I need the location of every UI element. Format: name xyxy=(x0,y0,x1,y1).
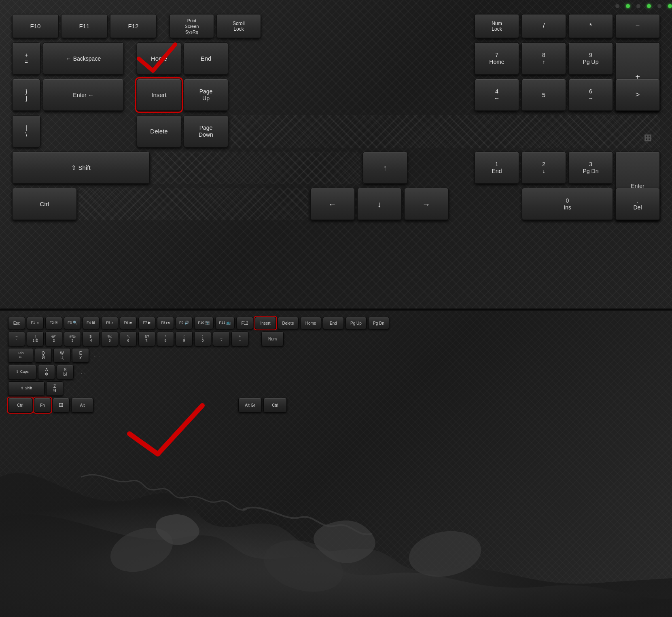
key-numpad-1[interactable]: 1End xyxy=(475,152,519,184)
key-pipe[interactable]: |\ xyxy=(12,115,40,148)
key-bracket-close[interactable]: }] xyxy=(12,79,40,111)
key-3[interactable]: #№3 xyxy=(64,332,81,346)
liquid-svg xyxy=(0,396,672,617)
key-f6[interactable]: F6 ⏮ xyxy=(120,317,137,329)
key-ctrl-bottom-right[interactable]: Ctrl xyxy=(263,398,287,412)
key-scroll-lock[interactable]: ScrollLock xyxy=(216,14,261,38)
key-insert[interactable]: Insert xyxy=(137,79,181,111)
key-f10-bottom[interactable]: F10 📷 xyxy=(194,317,214,329)
key-pgdn-bottom[interactable]: Pg Dn xyxy=(368,317,389,329)
key-numpad-8[interactable]: 8↑ xyxy=(521,42,566,75)
led-5 xyxy=(657,4,661,8)
key-num-lock[interactable]: NumLock xyxy=(475,14,519,38)
key-numpad-4[interactable]: 4← xyxy=(475,79,519,111)
key-a[interactable]: AФ xyxy=(38,365,55,379)
key-9[interactable]: (9 xyxy=(176,332,193,346)
key-8[interactable]: *8 xyxy=(157,332,174,346)
key-1[interactable]: !1 Ё xyxy=(27,332,44,346)
key-5[interactable]: %:5 xyxy=(101,332,118,346)
key-2[interactable]: @"2 xyxy=(45,332,62,346)
keyboard-bottom-inner: Esc F1 ☼ F2 ✉ F3 🔍 F4 🖩 F5 ♪ F6 ⏮ F7 ▶ F… xyxy=(0,311,672,420)
key-arrow-up[interactable]: ↑ xyxy=(363,152,407,184)
key-shift-bottom[interactable]: ⇧ Shift xyxy=(8,381,45,396)
key-home[interactable]: Home xyxy=(137,42,181,75)
liquid-background xyxy=(0,396,672,617)
key-arrow-left[interactable]: ← xyxy=(310,188,355,220)
key-win-bottom[interactable]: ⊞ xyxy=(53,398,70,412)
key-esc[interactable]: Esc xyxy=(8,317,25,329)
key-s[interactable]: SЫ xyxy=(57,365,74,379)
key-numlock-bottom[interactable]: Num xyxy=(261,332,284,346)
key-alt-left-bottom[interactable]: Alt xyxy=(71,398,93,412)
key-arrow-right[interactable]: → xyxy=(404,188,449,220)
key-e[interactable]: EУ xyxy=(72,348,89,363)
key-f7[interactable]: F7 ▶ xyxy=(138,317,155,329)
key-f3[interactable]: F3 🔍 xyxy=(64,317,81,329)
key-numpad-2[interactable]: 2↓ xyxy=(521,152,566,184)
key-z[interactable]: ZЯ xyxy=(46,381,63,396)
key-numpad-greater[interactable]: > xyxy=(615,79,660,111)
key-4[interactable]: $;4 xyxy=(83,332,100,346)
key-backspace[interactable]: ← Backspace xyxy=(43,42,124,75)
key-delete[interactable]: Delete xyxy=(137,115,181,148)
keyboard-bottom-section: Esc F1 ☼ F2 ✉ F3 🔍 F4 🖩 F5 ♪ F6 ⏮ F7 ▶ F… xyxy=(0,310,672,617)
key-numpad-0[interactable]: 0Ins xyxy=(522,188,613,220)
key-insert-bottom[interactable]: Insert xyxy=(255,317,276,329)
key-delete-bottom[interactable]: Delete xyxy=(278,317,299,329)
key-page-down[interactable]: PageDown xyxy=(184,115,228,148)
key-alt-gr-bottom[interactable]: Alt Gr xyxy=(238,398,262,412)
keyboard-top-section: F10 F11 F12 PrintScreenSysRq ScrollLock … xyxy=(0,0,672,308)
key-shift-left[interactable]: ⇧ Shift xyxy=(12,152,150,184)
key-home-bottom[interactable]: Home xyxy=(300,317,321,329)
key-print-screen[interactable]: PrintScreenSysRq xyxy=(170,14,214,38)
key-7[interactable]: &?7. xyxy=(138,332,155,346)
led-3 xyxy=(636,4,640,8)
key-caps-lock[interactable]: ⇪ Caps xyxy=(8,365,36,379)
key-numpad-6[interactable]: 6→ xyxy=(568,79,613,111)
key-f9[interactable]: F9 🔊 xyxy=(176,317,193,329)
key-f12[interactable]: F12 xyxy=(110,14,157,38)
key-ctrl-left[interactable]: Ctrl xyxy=(12,188,77,220)
key-numpad-asterisk[interactable]: * xyxy=(568,14,613,38)
key-tilde[interactable]: ~` xyxy=(8,332,25,346)
key-enter[interactable]: Enter ← xyxy=(43,79,124,111)
key-plus-equals[interactable]: += xyxy=(12,42,40,75)
key-0[interactable]: )0 xyxy=(194,332,211,346)
key-pgup-bottom[interactable]: Pg Up xyxy=(346,317,367,329)
shift-row-container: ⇧ Shift ZЯ . . . xyxy=(8,381,664,396)
key-numpad-5[interactable]: 5 xyxy=(521,79,566,111)
key-f1[interactable]: F1 ☼ xyxy=(27,317,44,329)
key-numpad-slash[interactable]: / xyxy=(521,14,566,38)
key-ctrl-bottom-left[interactable]: Ctrl xyxy=(8,398,32,412)
key-f4[interactable]: F4 🖩 xyxy=(83,317,100,329)
key-f11-bottom[interactable]: F11 📺 xyxy=(215,317,235,329)
key-f12-bottom[interactable]: F12 xyxy=(236,317,253,329)
key-end[interactable]: End xyxy=(184,42,228,75)
key-equals[interactable]: += xyxy=(231,332,248,346)
key-numpad-9[interactable]: 9Pg Up xyxy=(568,42,613,75)
key-page-up[interactable]: PageUp xyxy=(184,79,228,111)
key-f11[interactable]: F11 xyxy=(61,14,108,38)
key-f10[interactable]: F10 xyxy=(12,14,59,38)
key-arrow-down[interactable]: ↓ xyxy=(357,188,402,220)
key-6[interactable]: ^,6 xyxy=(120,332,137,346)
key-f5[interactable]: F5 ♪ xyxy=(101,317,118,329)
led-1 xyxy=(615,4,619,8)
key-f8[interactable]: F8 ⏭ xyxy=(157,317,174,329)
key-fn-bottom[interactable]: Fn xyxy=(34,398,51,412)
led-4 xyxy=(647,4,651,8)
key-numpad-3[interactable]: 3Pg Dn xyxy=(568,152,613,184)
caps-row: ⇪ Caps AФ SЫ . . . xyxy=(8,365,664,379)
shift-row: ⇧ Shift ZЯ . . . xyxy=(8,381,664,396)
tab-row: Tab⇤ QЙ WЦ EУ . . . xyxy=(8,348,664,363)
key-minus[interactable]: _- xyxy=(213,332,230,346)
led-strip xyxy=(615,4,672,8)
key-numpad-7[interactable]: 7Home xyxy=(475,42,519,75)
key-numpad-dot[interactable]: .Del xyxy=(615,188,660,220)
key-numpad-minus[interactable]: − xyxy=(615,14,660,38)
key-w[interactable]: WЦ xyxy=(53,348,70,363)
key-f2[interactable]: F2 ✉ xyxy=(45,317,62,329)
key-tab[interactable]: Tab⇤ xyxy=(8,348,33,363)
key-q[interactable]: QЙ xyxy=(35,348,52,363)
key-end-bottom[interactable]: End xyxy=(323,317,344,329)
